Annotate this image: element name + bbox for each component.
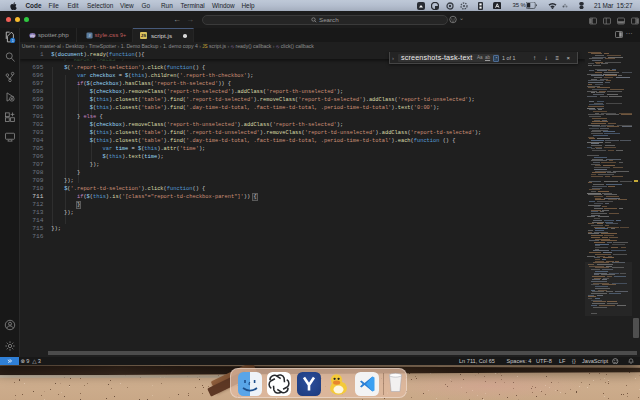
- svg-text:1: 1: [11, 38, 13, 42]
- svg-text:php: php: [30, 33, 35, 37]
